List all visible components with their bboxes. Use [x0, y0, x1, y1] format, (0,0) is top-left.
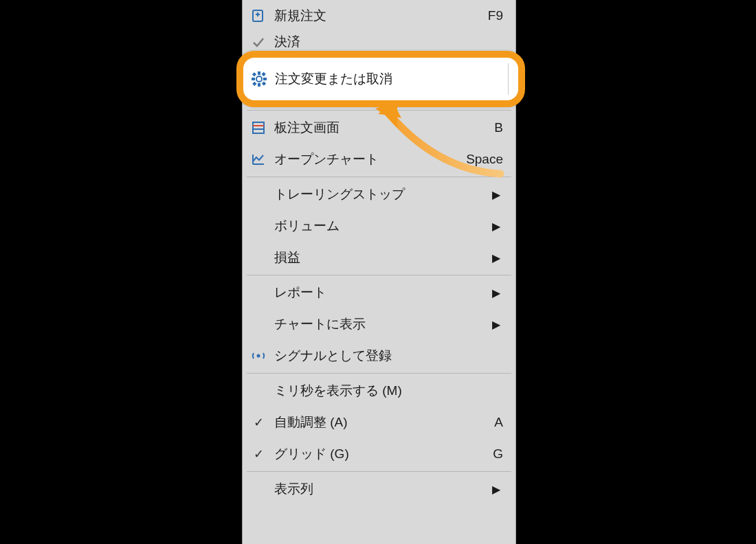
menu-item-label: ボリューム — [274, 217, 492, 235]
svg-point-6 — [257, 354, 260, 358]
menu-item-label: 注文変更または取消 — [275, 70, 392, 88]
svg-rect-3 — [253, 122, 264, 133]
submenu-arrow-icon: ▶ — [492, 188, 515, 201]
menu-item-label: 自動調整 (A) — [274, 413, 494, 431]
menu-item-label: グリッド (G) — [274, 445, 493, 463]
menu-item-label: レポート — [274, 284, 492, 302]
submenu-arrow-icon: ▶ — [492, 220, 515, 233]
submenu-arrow-icon: ▶ — [492, 483, 515, 496]
menu-item-volume[interactable]: ボリューム ▶ — [243, 210, 515, 242]
menu-item-shortcut: F9 — [488, 8, 515, 23]
menu-item-shortcut: A — [494, 415, 515, 430]
menu-item-shortcut: Space — [466, 152, 515, 167]
menu-item-show-milliseconds[interactable]: ミリ秒を表示する (M) — [243, 375, 515, 407]
menu-separator — [247, 177, 511, 177]
svg-rect-11 — [264, 78, 266, 80]
chart-icon — [243, 152, 274, 167]
menu-item-trailing-stop[interactable]: トレーリングストップ ▶ — [243, 179, 515, 210]
menu-item-auto-arrange[interactable]: ✓ 自動調整 (A) A — [243, 407, 515, 438]
menu-item-label: 板注文画面 — [274, 119, 494, 137]
menu-item-report[interactable]: レポート ▶ — [243, 277, 515, 308]
svg-rect-9 — [258, 84, 260, 86]
check-icon: ✓ — [243, 446, 274, 462]
svg-rect-12 — [253, 73, 256, 76]
menu-item-label: 新規注文 — [274, 7, 488, 25]
menu-separator — [247, 275, 511, 275]
menu-item-new-order[interactable]: 新規注文 F9 — [243, 0, 515, 32]
menu-item-label: オープンチャート — [274, 150, 466, 168]
svg-rect-13 — [263, 73, 265, 76]
menu-item-shortcut: G — [493, 446, 515, 462]
svg-rect-10 — [252, 78, 254, 80]
menu-item-open-chart[interactable]: オープンチャート Space — [243, 144, 515, 175]
menu-separator — [247, 471, 511, 472]
menu-item-shortcut: B — [494, 120, 515, 135]
menu-item-columns[interactable]: 表示列 ▶ — [243, 473, 515, 505]
menu-item-grid[interactable]: ✓ グリッド (G) G — [243, 438, 515, 470]
submenu-arrow-icon: ▶ — [492, 286, 515, 299]
menu-item-label: トレーリングストップ — [274, 185, 492, 203]
menu-item-label: 損益 — [274, 249, 492, 267]
svg-rect-14 — [254, 82, 256, 85]
close-position-icon — [243, 34, 274, 49]
signal-icon — [243, 348, 274, 363]
check-icon: ✓ — [243, 415, 274, 430]
menu-item-label: チャートに表示 — [274, 315, 492, 333]
menu-item-profit-loss[interactable]: 損益 ▶ — [243, 242, 515, 273]
menu-item-close-position[interactable]: 決済 — [243, 32, 515, 52]
new-order-icon — [243, 8, 274, 23]
svg-rect-8 — [258, 72, 260, 74]
svg-rect-15 — [263, 82, 265, 85]
menu-item-label: シグナルとして登録 — [274, 347, 515, 365]
menu-item-register-signal[interactable]: シグナルとして登録 — [243, 340, 515, 372]
menu-item-modify-or-cancel[interactable]: 注文変更または取消 — [243, 58, 518, 100]
menu-separator — [247, 373, 511, 374]
highlight-callout: 注文変更または取消 — [236, 51, 525, 107]
menu-item-label: ミリ秒を表示する (M) — [274, 382, 515, 400]
svg-point-7 — [256, 76, 262, 82]
submenu-arrow-icon: ▶ — [492, 318, 515, 331]
menu-item-depth-of-market[interactable]: 板注文画面 B — [243, 112, 515, 144]
menu-item-label: 表示列 — [274, 480, 492, 498]
submenu-arrow-icon: ▶ — [492, 251, 515, 264]
gear-icon — [243, 71, 275, 87]
menu-separator — [247, 110, 511, 111]
menu-item-show-on-chart[interactable]: チャートに表示 ▶ — [243, 308, 515, 340]
menu-item-label: 決済 — [274, 33, 515, 51]
depth-of-market-icon — [243, 120, 274, 135]
